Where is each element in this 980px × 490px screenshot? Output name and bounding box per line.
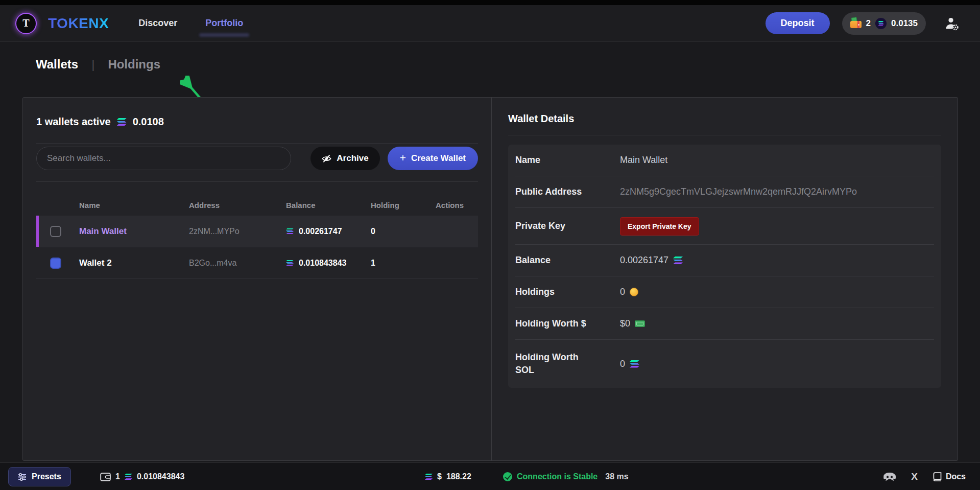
detail-label: Holding Worth SOL [515,351,597,377]
presets-label: Presets [32,472,61,481]
sol-price: 188.22 [446,472,471,481]
window-top-strip [0,0,980,5]
logo-letter: T [22,17,29,29]
search-input[interactable] [36,147,291,170]
plus-icon: + [400,152,406,164]
detail-row-worth-usd: Holding Worth $ $0 [515,308,934,340]
coin-icon [630,288,638,296]
active-wallet-count: 1 [115,472,120,481]
nav-link-portfolio[interactable]: Portfolio [205,18,243,29]
tab-divider: | [91,57,94,72]
status-bar: Presets 1 0.010843843 $ 188.22 Connectio… [0,462,980,490]
wallet-checkbox[interactable] [50,226,61,237]
tab-wallets[interactable]: Wallets [36,57,78,72]
table-row-main-wallet[interactable]: Main Wallet 2zNM...MYPo 0.00261747 0 [36,216,478,247]
tab-holdings[interactable]: Holdings [108,57,160,72]
detail-label: Name [515,155,620,166]
wallet-checkbox[interactable] [50,258,61,269]
export-private-key-button[interactable]: Export Private Key [620,217,699,236]
detail-value-worth-sol: 0 [620,359,625,369]
col-address: Address [189,201,286,209]
solana-icon [425,474,433,480]
archive-label: Archive [337,153,368,164]
x-twitter-icon[interactable]: X [911,471,918,482]
detail-value-name: Main Wallet [620,155,934,166]
wallet-details-panel: Wallet Details Name Main Wallet Public A… [491,98,958,460]
active-wallet-sol: 0.010843843 [137,472,184,481]
detail-row-balance: Balance 0.00261747 [515,245,934,276]
latency-value: 38 ms [605,472,628,481]
solana-icon [673,256,683,264]
detail-label: Public Address [515,186,620,197]
detail-row-name: Name Main Wallet [515,145,934,176]
solana-circle-icon [875,18,887,29]
solana-icon [125,474,132,480]
money-bill-icon [635,320,645,327]
detail-row-public-address: Public Address 2zNM5g9CgecTmVLGJejzswrMn… [515,176,934,208]
nav-link-discover[interactable]: Discover [138,18,177,29]
check-circle-icon [503,472,512,481]
presets-button[interactable]: Presets [8,467,71,486]
col-holding: Holding [371,201,427,209]
deposit-button[interactable]: Deposit [766,12,830,34]
detail-row-worth-sol: Holding Worth SOL 0 [515,340,934,388]
wallets-active-sol: 0.0108 [133,116,164,128]
wallet-holding: 0 [371,227,427,236]
solana-icon [630,360,639,368]
detail-label: Private Key [515,221,620,231]
detail-row-private-key: Private Key Export Private Key [515,208,934,245]
details-title: Wallet Details [508,113,941,125]
wallets-active-count: 1 wallets active [36,116,111,128]
detail-value-public-address: 2zNM5g9CgecTmVLGJejzswrMnw2qemRJJfQ2Airv… [620,186,934,197]
archive-button[interactable]: Archive [310,147,379,170]
wallet-address: 2zNM...MYPo [189,227,286,236]
detail-value-worth-usd: $0 [620,318,630,329]
col-actions: Actions [427,201,478,209]
wallets-controls: Archive + Create Wallet [36,147,478,170]
docs-label: Docs [946,472,966,481]
wallet-balance-badge[interactable]: 2 0.0135 [842,12,926,35]
account-settings-icon[interactable] [944,16,960,31]
book-icon [933,472,942,482]
detail-label: Balance [515,255,620,266]
wallets-table: Name Address Balance Holding Actions Mai… [36,194,478,279]
eye-off-icon [322,154,331,164]
divider [36,143,478,144]
detail-label: Holdings [515,287,620,297]
solana-icon [117,118,127,126]
wallets-summary: 1 wallets active 0.0108 [36,116,478,128]
connection-status-group: Connection is Stable 38 ms [503,463,629,490]
app-logo[interactable]: T [15,13,37,34]
top-nav: T TOKENX Discover Portfolio Deposit 2 0.… [0,5,980,42]
col-name: Name [79,201,189,209]
solana-icon [286,228,294,235]
price-currency-symbol: $ [437,472,442,481]
brand-title: TOKENX [48,15,109,32]
portfolio-main-panel: 1 wallets active 0.0108 Archive + Create… [22,97,958,461]
wallet-address: B2Go...m4va [189,259,286,268]
wallets-panel: 1 wallets active 0.0108 Archive + Create… [23,98,491,460]
col-balance: Balance [286,201,371,209]
wallet-details-card: Name Main Wallet Public Address 2zNM5g9C… [508,145,941,388]
docs-link[interactable]: Docs [933,472,966,482]
create-wallet-label: Create Wallet [411,153,466,164]
wallet-balance: 0.00261747 [299,227,342,236]
active-wallet-chip: 1 0.010843843 [100,463,184,490]
create-wallet-button[interactable]: + Create Wallet [388,147,478,170]
wallet-balance: 0.010843843 [299,259,346,268]
wallet-holding: 1 [371,259,427,268]
discord-icon[interactable] [883,473,896,481]
connection-status: Connection is Stable [517,472,597,481]
wallets-table-header: Name Address Balance Holding Actions [36,194,478,216]
divider [508,135,941,135]
sliders-icon [18,473,27,481]
divider [36,181,478,182]
page-tabs: Wallets | Holdings [36,57,160,72]
detail-label: Holding Worth $ [515,318,620,329]
wallet-count: 2 [866,18,871,29]
wallet-name: Wallet 2 [79,258,189,268]
wallet-outline-icon [100,473,111,481]
wallet-icon [850,18,862,28]
detail-value-holdings: 0 [620,287,625,297]
table-row-wallet-2[interactable]: Wallet 2 B2Go...m4va 0.010843843 1 [36,247,478,279]
